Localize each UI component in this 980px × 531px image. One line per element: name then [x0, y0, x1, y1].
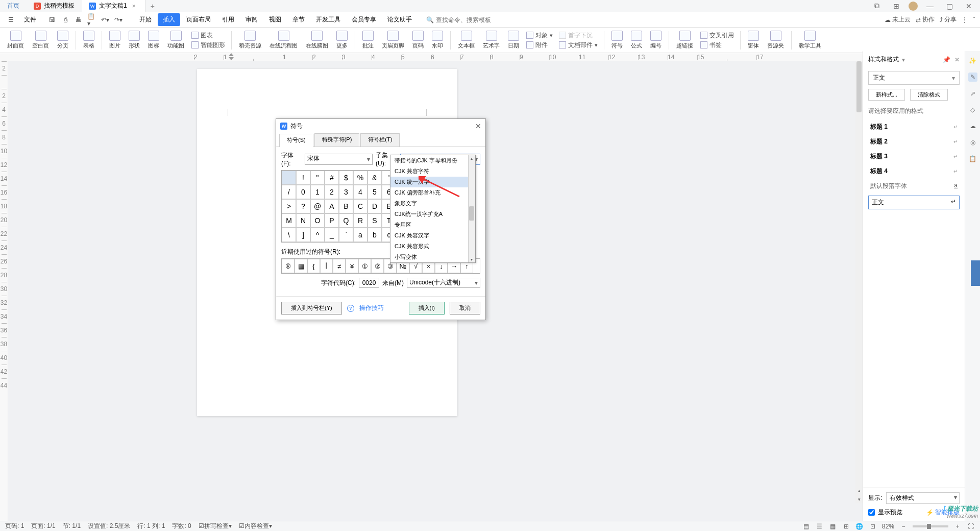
rb-textbox[interactable]: 文本框 [455, 31, 478, 50]
tool-ai-icon[interactable]: ✨ [968, 56, 977, 61]
tab-references[interactable]: 引用 [217, 13, 239, 26]
apps-icon[interactable]: ⊞ [889, 1, 903, 11]
rb-bookmark[interactable]: 书签 [700, 41, 734, 50]
rb-picture[interactable]: 图片 [106, 31, 124, 50]
rb-headerfooter[interactable]: 页眉页脚 [379, 31, 407, 50]
tab-start[interactable]: 开始 [134, 13, 157, 26]
avatar-icon[interactable] [909, 2, 918, 11]
rb-number[interactable]: 编号 [647, 31, 665, 50]
file-menu[interactable]: 文件 [19, 15, 41, 24]
rb-wordart[interactable]: 艺术字 [480, 31, 503, 50]
undo-icon[interactable]: ↶▾ [101, 15, 110, 25]
rb-date[interactable]: 日期 [505, 31, 522, 50]
share-button[interactable]: ⤴ 分享 [940, 15, 957, 24]
save-icon[interactable]: 🖫 [47, 15, 57, 25]
indent-marker[interactable] [229, 53, 234, 58]
more-icon[interactable]: ⋮ [962, 16, 968, 23]
tab-layout[interactable]: 页面布局 [181, 13, 216, 26]
search-input[interactable] [436, 16, 507, 23]
tab-home[interactable]: 首页 [0, 0, 27, 12]
close-icon[interactable]: × [130, 3, 138, 10]
panel-close-icon[interactable]: ✕ [954, 56, 960, 62]
collab-button[interactable]: ⇄ 协作 [916, 15, 935, 24]
rb-blank[interactable]: 空白页 [29, 31, 52, 50]
rb-shape[interactable]: 形状 [126, 31, 143, 50]
rb-function[interactable]: 功能图 [164, 31, 187, 50]
maximize-button[interactable]: ▢ [942, 1, 957, 11]
rb-pagenum[interactable]: 页码 [409, 31, 427, 50]
tab-thesis[interactable]: 论文助手 [382, 13, 417, 26]
search-icon: 🔍 [426, 16, 434, 23]
ruler-horizontal[interactable]: 2112345678910111213141517 [0, 53, 980, 61]
tab-member[interactable]: 会员专享 [347, 13, 381, 26]
rb-equation[interactable]: 公式 [628, 31, 645, 50]
tab-view[interactable]: 视图 [264, 13, 286, 26]
layout-icon[interactable]: ⧉ [870, 1, 884, 11]
print-preview-icon[interactable]: ⎙ [61, 15, 70, 25]
rb-resources[interactable]: 资源夹 [764, 31, 787, 50]
redo-icon[interactable]: ↷▾ [114, 15, 123, 25]
rb-teach[interactable]: 教学工具 [796, 31, 824, 50]
rb-object[interactable]: 对象▾ [526, 31, 553, 40]
menu-icon[interactable]: ☰ [5, 16, 17, 23]
close-button[interactable]: ✕ [962, 1, 976, 11]
rb-forms[interactable]: 窗体 [745, 31, 762, 50]
rb-crossref[interactable]: 交叉引用 [700, 31, 734, 40]
rb-attach[interactable]: 附件 [526, 41, 553, 50]
rb-flowchart[interactable]: 在线流程图 [266, 31, 301, 50]
rb-mindmap[interactable]: 在线脑图 [303, 31, 331, 50]
tab-sections[interactable]: 章节 [287, 13, 310, 26]
side-tool-strip: ✨ ✎ ⬀ ◇ ☁ ◎ 📋 ⋯ [965, 51, 980, 61]
tab-review[interactable]: 审阅 [240, 13, 263, 26]
rb-chart[interactable]: 图表 [191, 31, 225, 40]
paste-icon[interactable]: 📋▾ [87, 15, 96, 25]
rb-cover[interactable]: 封面页 [4, 31, 27, 50]
rb-table[interactable]: 表格 [80, 31, 97, 50]
rb-comment[interactable]: 批注 [359, 31, 377, 50]
doc-icon: W [89, 3, 96, 10]
add-tab-button[interactable]: + [145, 2, 160, 10]
rb-pagebreak[interactable]: 分页 [54, 31, 71, 50]
rb-dropcap[interactable]: 首字下沉 [559, 31, 598, 40]
rb-symbol[interactable]: 符号 [608, 31, 626, 50]
rb-hyperlink[interactable]: 超链接 [673, 31, 696, 50]
template-icon: D [34, 3, 41, 10]
styles-panel: 样式和格式▾ 📌 ✕ 正文▾ 新样式... 清除格式 请选择要应用的格式 标题 … [863, 51, 965, 61]
rb-watermark[interactable]: 水印 [429, 31, 446, 50]
tab-devtools[interactable]: 开发工具 [311, 13, 346, 26]
pin-icon[interactable]: 📌 [943, 56, 950, 62]
rb-docparts[interactable]: 文档部件▾ [559, 41, 598, 50]
rb-more[interactable]: 更多 [333, 31, 351, 50]
chevron-up-icon[interactable]: ˆ [973, 16, 975, 23]
rb-docer[interactable]: 稻壳资源 [236, 31, 264, 50]
tab-templates[interactable]: D 找稻壳模板 [27, 0, 82, 12]
cloud-status[interactable]: ☁ 未上云 [885, 15, 911, 24]
rb-icon[interactable]: 图标 [145, 31, 162, 50]
print-icon[interactable]: 🖶 [74, 15, 83, 25]
tab-document[interactable]: W 文字文稿1 × [82, 0, 145, 12]
rb-smartart[interactable]: 智能图形 [191, 41, 225, 50]
tab-insert[interactable]: 插入 [158, 13, 180, 26]
minimize-button[interactable]: — [923, 1, 937, 11]
panel-title: 样式和格式 [868, 55, 899, 61]
